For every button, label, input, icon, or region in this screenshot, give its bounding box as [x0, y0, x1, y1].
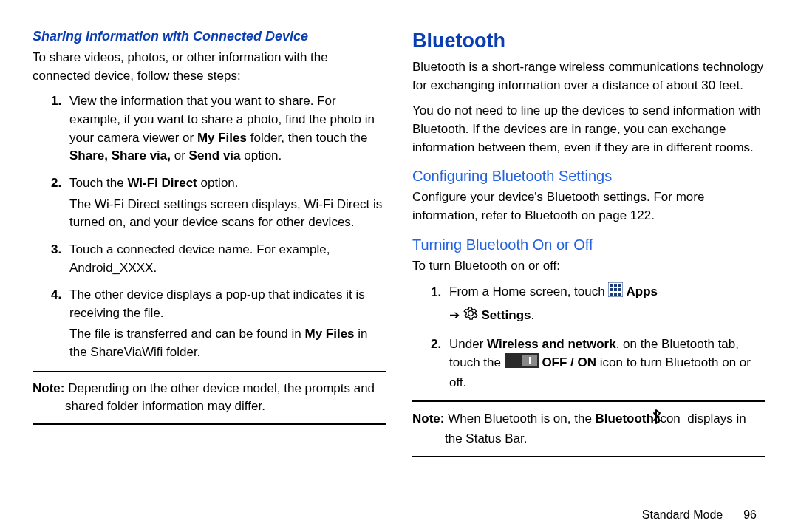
text: Under — [449, 337, 487, 351]
svg-rect-8 — [614, 293, 617, 296]
turning-intro: To turn Bluetooth on or off: — [412, 257, 765, 276]
right-intro2: You do not need to line up the devices t… — [412, 102, 765, 157]
text: When Bluetooth is on, the — [448, 412, 595, 426]
text: The file is transferred and can be found… — [69, 327, 304, 341]
left-step4: The other device displays a pop-up that … — [65, 286, 386, 362]
left-heading: Sharing Information with Connected Devic… — [33, 27, 386, 46]
note-label: Note: — [412, 412, 448, 426]
left-step4-sub: The file is transferred and can be found… — [69, 325, 386, 361]
page-content: Sharing Information with Connected Devic… — [0, 0, 798, 508]
left-step3: Touch a connected device name. For examp… — [65, 241, 386, 277]
text: on page 122. — [578, 208, 655, 222]
my-files-label: My Files — [197, 131, 247, 145]
svg-rect-12 — [529, 357, 531, 364]
wireless-network-label: Wireless and network — [487, 337, 616, 351]
left-column: Sharing Information with Connected Devic… — [33, 27, 386, 494]
settings-label: Settings — [481, 308, 531, 322]
left-note: Note: Depending on the other device mode… — [33, 380, 386, 416]
apps-label: Apps — [623, 285, 658, 299]
left-steps: View the information that you want to sh… — [33, 92, 386, 361]
text: or — [171, 149, 189, 163]
configuring-body: Configure your device's Bluetooth settin… — [412, 188, 765, 225]
right-steps: From a Home screen, touch Apps ➔ Setting… — [412, 282, 765, 392]
text: folder, then touch the — [247, 131, 368, 145]
svg-rect-5 — [614, 288, 617, 291]
off-on-toggle-icon — [505, 353, 539, 374]
text: The other device displays a pop-up that … — [69, 287, 365, 320]
bluetooth-ref: Bluetooth — [525, 208, 578, 222]
page-footer: Standard Mode96 — [0, 508, 798, 522]
left-step2-sub: The Wi-Fi Direct settings screen display… — [69, 196, 386, 232]
svg-rect-6 — [618, 288, 621, 291]
arrow: ➔ — [449, 308, 463, 322]
right-column: Bluetooth Bluetooth is a short-range wir… — [412, 27, 765, 494]
off-on-label: OFF / ON — [539, 356, 596, 370]
text: Touch the — [69, 176, 127, 190]
note-label: Note: — [33, 381, 68, 395]
divider — [412, 400, 765, 402]
svg-rect-9 — [618, 293, 621, 296]
svg-rect-2 — [614, 284, 617, 287]
text: From a Home screen, touch — [449, 285, 608, 299]
right-heading: Bluetooth — [412, 27, 765, 55]
divider — [33, 371, 386, 372]
divider — [33, 423, 386, 425]
turning-heading: Turning Bluetooth On or Off — [412, 234, 765, 256]
svg-rect-1 — [610, 284, 613, 287]
share-label: Share, Share via, — [69, 149, 171, 163]
footer-page-number: 96 — [743, 508, 757, 521]
text: . — [531, 308, 535, 322]
sendvia-label: Send via — [189, 149, 241, 163]
svg-rect-7 — [610, 293, 613, 296]
text: option. — [241, 149, 282, 163]
settings-icon — [463, 306, 478, 327]
svg-rect-4 — [610, 288, 613, 291]
wifi-direct-label: Wi-Fi Direct — [127, 176, 197, 190]
configuring-heading: Configuring Bluetooth Settings — [412, 166, 765, 187]
footer-section: Standard Mode — [642, 508, 723, 521]
left-step2: Touch the Wi-Fi Direct option. The Wi-Fi… — [65, 174, 386, 232]
bluetooth-label: Bluetooth — [596, 412, 654, 426]
svg-rect-3 — [618, 284, 621, 287]
left-intro: To share videos, photos, or other inform… — [33, 49, 386, 85]
my-files-label-2: My Files — [304, 327, 354, 341]
apps-icon — [608, 282, 623, 303]
right-step1: From a Home screen, touch Apps ➔ Setting… — [445, 282, 765, 326]
note-body: Depending on the other device model, the… — [65, 381, 375, 414]
right-note: Note: When Bluetooth is on, the Bluetoot… — [412, 409, 765, 448]
left-step1: View the information that you want to sh… — [65, 92, 386, 166]
right-step2: Under Wireless and network, on the Bluet… — [445, 335, 765, 392]
right-intro1: Bluetooth is a short-range wireless comm… — [412, 58, 765, 95]
text: option. — [197, 176, 239, 190]
right-step1-sub: ➔ Settings. — [449, 306, 765, 327]
divider — [412, 456, 765, 457]
